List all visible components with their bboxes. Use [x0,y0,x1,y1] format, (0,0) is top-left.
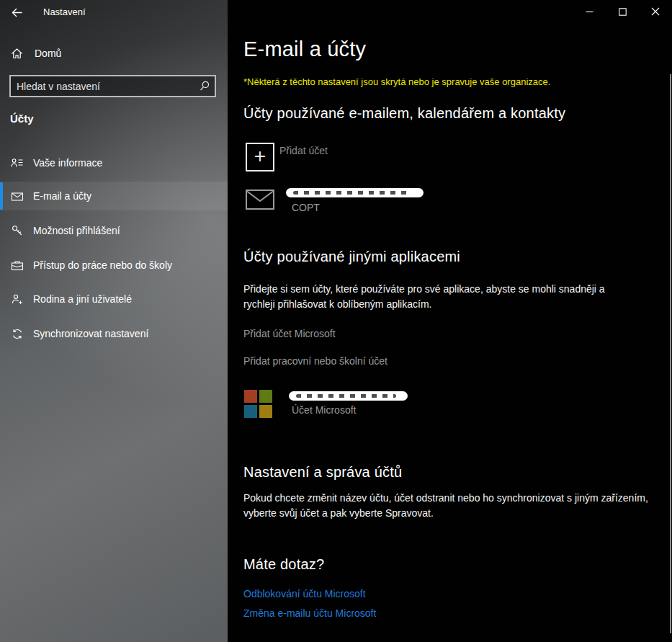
sidebar-item-signin-options[interactable]: Možnosti přihlášení [0,216,228,245]
sidebar-item-family-other-users[interactable]: Rodina a jiní uživatelé [0,285,228,313]
sidebar-item-label: Synchronizovat nastavení [33,328,148,339]
sidebar-item-home-label: Domů [35,48,61,59]
back-button[interactable] [6,3,27,22]
sync-icon [11,328,24,340]
main-content: E-mail a účty *Některá z těchto nastaven… [228,0,672,642]
sidebar-item-label: E-mail a účty [33,190,91,202]
sidebar-section-title: Účty [10,112,34,125]
window-controls [573,0,672,23]
home-icon [11,48,23,60]
window-title: Nastavení [43,6,86,17]
settings-window: Nastavení Domů Účty Vaše informace [0,0,672,642]
envelope-icon [246,190,274,210]
microsoft-account-row[interactable]: Účet Microsoft [244,389,648,419]
sidebar-titlebar: Nastavení [0,0,228,23]
manage-accounts-description: Pokud chcete změnit název účtu, účet ods… [243,491,671,521]
ms-logo-square-yellow [259,405,272,418]
add-account-button[interactable]: + [246,143,274,171]
maximize-icon [619,8,627,16]
other-apps-description: Přidejte si sem účty, které používáte pr… [243,282,607,312]
sidebar: Nastavení Domů Účty Vaše informace [0,0,228,642]
sidebar-item-label: Přístup do práce nebo do školy [33,259,172,271]
sidebar-item-email-accounts[interactable]: E-mail a účty [0,182,228,210]
add-work-school-account-link[interactable]: Přidat pracovní nebo školní účet [243,355,387,367]
microsoft-logo [244,390,272,418]
sidebar-item-label: Rodina a jiní uživatelé [33,293,132,305]
selected-accent-bar [0,182,3,210]
redacted-email-address [286,188,424,197]
add-microsoft-account-link[interactable]: Přidat účet Microsoft [243,328,336,339]
add-account-label[interactable]: Přidat účet [279,145,328,156]
section-heading-other-apps: Účty používané jinými aplikacemi [243,249,460,265]
vertical-scrollbar[interactable] [670,74,671,633]
section-heading-have-question: Máte dotaz? [243,556,324,573]
change-microsoft-account-email-link[interactable]: Změna e-mailu účtu Microsoft [243,607,376,619]
sidebar-item-work-school-access[interactable]: Přístup do práce nebo do školy [0,251,228,280]
ms-logo-square-red [244,390,257,403]
section-heading-email-calendar-contacts: Účty používané e-mailem, kalendářem a ko… [243,105,565,122]
account-subtitle: COPT [292,202,320,213]
email-account-row[interactable]: COPT [246,187,649,216]
account-subtitle: Účet Microsoft [292,404,356,416]
contact-info-icon [11,157,24,169]
settings-search-box[interactable] [9,75,216,97]
sidebar-item-your-info[interactable]: Vaše informace [0,148,228,177]
sidebar-item-label: Možnosti přihlášení [33,225,120,236]
close-button[interactable] [639,0,672,23]
search-input[interactable] [11,81,194,92]
search-icon [194,80,215,92]
person-add-icon [11,293,24,306]
close-icon [651,7,660,16]
key-icon [11,225,24,237]
back-arrow-icon [11,6,23,19]
managed-by-organization-notice: *Některá z těchto nastavení jsou skrytá … [243,76,550,87]
unblock-microsoft-account-link[interactable]: Odblokování účtu Microsoft [243,588,366,599]
email-icon [11,190,24,202]
maximize-button[interactable] [606,0,639,23]
sidebar-item-sync-settings[interactable]: Synchronizovat nastavení [0,319,228,348]
plus-icon: + [254,146,266,166]
redacted-email-address [289,391,408,401]
sidebar-item-label: Vaše informace [33,157,102,169]
page-title: E-mail a účty [243,37,366,61]
ms-logo-square-green [259,390,272,403]
minimize-icon [586,8,593,16]
section-heading-manage-accounts: Nastavení a správa účtů [243,464,402,481]
briefcase-icon [11,259,24,272]
minimize-button[interactable] [573,0,606,23]
sidebar-item-home[interactable]: Domů [6,42,215,65]
ms-logo-square-blue [244,405,257,418]
